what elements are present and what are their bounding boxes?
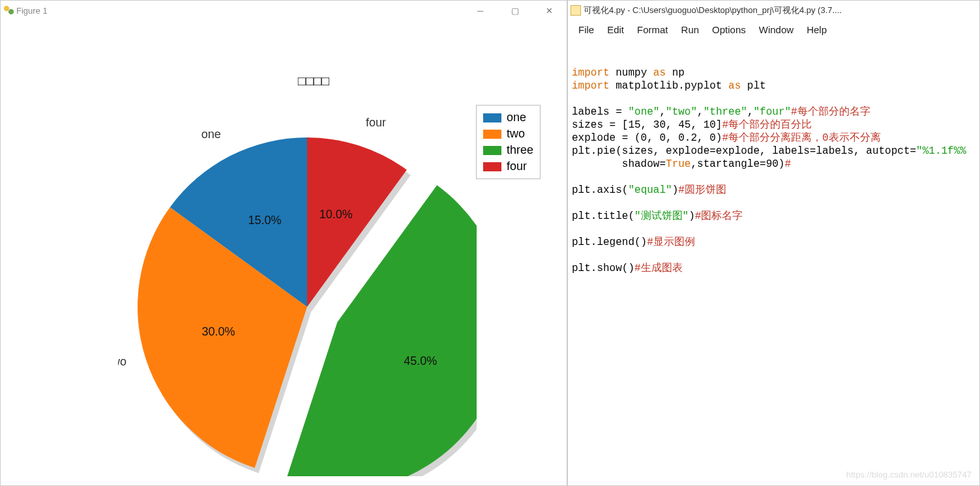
legend-swatch xyxy=(483,113,501,122)
menu-options[interactable]: Options xyxy=(707,23,751,36)
code-line: shadow=True,startangle=90)# xyxy=(572,158,975,171)
watermark: https://blog.csdn.net/u010835747 xyxy=(846,470,972,480)
legend-swatch xyxy=(483,162,501,171)
slice-label-two: two xyxy=(118,355,126,368)
legend-label: two xyxy=(507,127,525,141)
code-line xyxy=(572,197,975,210)
pct-label-three: 45.0% xyxy=(404,354,437,367)
pie-slices xyxy=(138,137,477,476)
legend-label: one xyxy=(507,111,526,124)
code-line: plt.show()#生成图表 xyxy=(572,262,975,275)
menu-run[interactable]: Run xyxy=(676,23,705,36)
legend-item-four: four xyxy=(483,158,533,175)
python-file-icon xyxy=(571,5,581,16)
figure-canvas: □□□□ 15.0%one30.0%two45.0%three10.0%four… xyxy=(1,20,567,485)
figure-window: Figure 1 ─ ▢ ✕ □□□□ 15.0%one30.0%two45.0… xyxy=(0,0,567,486)
menu-edit[interactable]: Edit xyxy=(602,23,629,36)
code-line xyxy=(572,93,975,106)
editor-window: 可视化4.py - C:\Users\guoguo\Desktop\python… xyxy=(567,0,980,486)
legend-label: three xyxy=(507,143,533,157)
menu-file[interactable]: File xyxy=(573,23,599,36)
figure-app-icon xyxy=(3,5,14,16)
figure-title: Figure 1 xyxy=(14,6,466,16)
code-editor[interactable]: import numpy as npimport matplotlib.pypl… xyxy=(568,39,979,485)
chart-title: □□□□ xyxy=(298,74,329,88)
code-line: import matplotlib.pyplot as plt xyxy=(572,79,975,93)
menubar: FileEditFormatRunOptionsWindowHelp xyxy=(568,20,979,39)
window-controls: ─ ▢ ✕ xyxy=(466,1,564,20)
code-line: plt.title("测试饼图")#图标名字 xyxy=(572,210,975,223)
code-line xyxy=(572,223,975,236)
close-button[interactable]: ✕ xyxy=(535,1,564,20)
legend: onetwothreefour xyxy=(476,105,541,179)
code-line: plt.axis("equal")#圆形饼图 xyxy=(572,184,975,197)
figure-titlebar[interactable]: Figure 1 ─ ▢ ✕ xyxy=(1,1,567,20)
code-line: plt.legend()#显示图例 xyxy=(572,236,975,249)
legend-swatch xyxy=(483,146,501,155)
pct-label-two: 30.0% xyxy=(201,325,235,338)
menu-help[interactable]: Help xyxy=(801,23,832,36)
legend-swatch xyxy=(483,130,501,139)
minimize-button[interactable]: ─ xyxy=(466,1,495,20)
code-line xyxy=(572,249,975,262)
editor-title: 可视化4.py - C:\Users\guoguo\Desktop\python… xyxy=(581,5,977,16)
menu-window[interactable]: Window xyxy=(754,23,799,36)
slice-label-one: one xyxy=(201,128,221,141)
code-line xyxy=(572,171,975,184)
pct-label-four: 10.0% xyxy=(319,208,353,221)
pct-label-one: 15.0% xyxy=(248,214,282,227)
code-line: import numpy as np xyxy=(572,66,975,79)
legend-item-one: one xyxy=(483,109,533,126)
legend-label: four xyxy=(507,160,527,173)
legend-item-two: two xyxy=(483,126,533,142)
editor-titlebar[interactable]: 可视化4.py - C:\Users\guoguo\Desktop\python… xyxy=(568,1,979,20)
slice-label-four: four xyxy=(366,116,386,129)
code-line: plt.pie(sizes, explode=explode, labels=l… xyxy=(572,145,975,158)
code-line: labels = "one","two","three","four"#每个部分… xyxy=(572,106,975,119)
menu-format[interactable]: Format xyxy=(632,23,674,36)
code-line: sizes = [15, 30, 45, 10]#每个部分的百分比 xyxy=(572,119,975,132)
legend-item-three: three xyxy=(483,142,533,158)
maximize-button[interactable]: ▢ xyxy=(500,1,529,20)
pie-chart: □□□□ 15.0%one30.0%two45.0%three10.0%four xyxy=(118,59,477,476)
code-line: explode = (0, 0, 0.2, 0)#每个部分分离距离，0表示不分离 xyxy=(572,132,975,145)
pie-svg: □□□□ 15.0%one30.0%two45.0%three10.0%four xyxy=(118,59,477,476)
